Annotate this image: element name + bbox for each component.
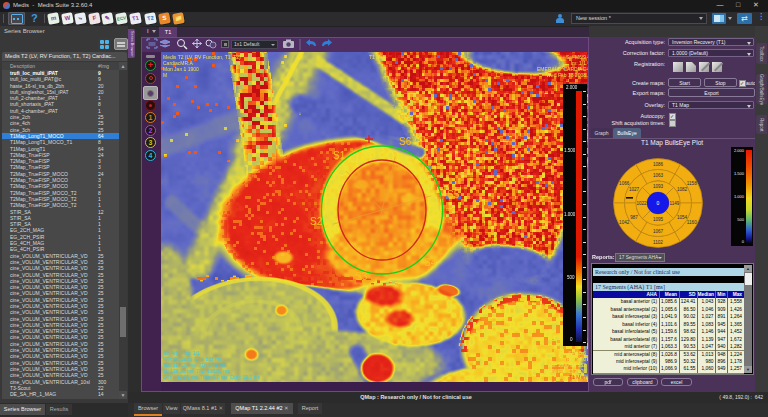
svg-text:1066: 1066	[619, 181, 630, 186]
svg-text:1042: 1042	[619, 220, 630, 225]
svg-text:1160: 1160	[687, 220, 697, 225]
svg-text:987: 987	[630, 215, 638, 220]
svg-text:1095: 1095	[653, 217, 664, 222]
svg-text:1086: 1086	[653, 162, 664, 167]
svg-text:1022: 1022	[636, 201, 647, 206]
svg-text:0: 0	[657, 200, 660, 206]
svg-text:1027: 1027	[629, 187, 640, 192]
svg-text:1158: 1158	[687, 181, 697, 186]
svg-text:S6: S6	[399, 136, 412, 147]
svg-text:1082: 1082	[677, 187, 688, 192]
svg-text:S3: S3	[355, 271, 368, 282]
svg-text:S4: S4	[424, 257, 437, 268]
svg-text:1149: 1149	[670, 201, 680, 206]
svg-text:1067: 1067	[653, 229, 664, 234]
svg-text:1093: 1093	[653, 184, 664, 189]
svg-text:1054: 1054	[677, 215, 688, 220]
svg-text:1102: 1102	[653, 240, 663, 245]
svg-text:S2: S2	[310, 216, 323, 227]
svg-text:S1: S1	[333, 150, 346, 161]
svg-text:S5: S5	[447, 189, 460, 200]
svg-text:1063: 1063	[653, 173, 664, 178]
